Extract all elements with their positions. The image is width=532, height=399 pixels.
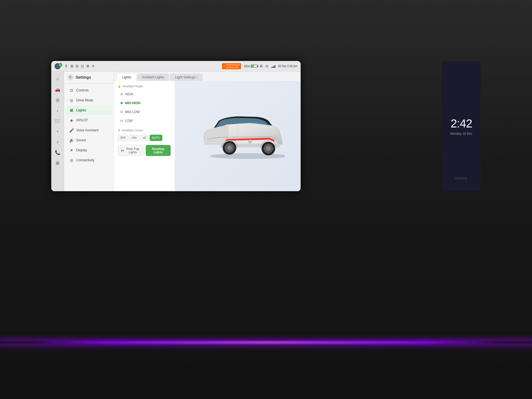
settings-item-sound[interactable]: 🔊 Sound [66, 135, 112, 145]
settings-menu: ⊡ Controls ◎ Drive Mode ⊞ Lights ◈ XPILO… [64, 83, 114, 191]
bottom-controls: ⋈ Rear Fog Lights Reading Lights [118, 145, 171, 156]
svg-text:X: X [249, 141, 250, 143]
controls-icon: ⊡ [69, 88, 74, 93]
datetime-display: 16 Dec 2:42 pm [278, 65, 297, 68]
settings-item-lights[interactable]: ⊞ Lights [66, 106, 112, 115]
sidebar-item-grid[interactable]: ⊞ [53, 158, 63, 168]
airbag-warning: ⚠ PASSENGERAIRBAG ON [222, 63, 241, 69]
controls-label: Controls [76, 88, 89, 92]
settings-icon: ⚙ [86, 64, 89, 68]
close-icon: ✕ [69, 75, 72, 79]
mid-high-label: MID-HIGH [125, 101, 140, 105]
sound-icon: 🔊 [69, 138, 74, 142]
bluetooth-icon: Ƀ [260, 64, 263, 68]
settings-content: Lights Ambient Lights Light Settings › [114, 71, 301, 191]
settings-item-drive-mode[interactable]: ◎ Drive Mode [66, 96, 112, 105]
grid2-icon: ⊟ [76, 64, 79, 68]
mid-low-label: MID-LOW [125, 110, 140, 114]
tab-ambient-lights[interactable]: Ambient Lights [137, 74, 169, 81]
connectivity-label: Connectivity [76, 158, 94, 162]
height-option-low[interactable]: LOW [118, 117, 171, 124]
clock-date: Monday, 16 Dec [450, 132, 472, 135]
main-content: ⌂ 🚗 ◎ ▲ 19.5° AUTO ▼ ♪ 📞 ⊞ ✕ [51, 71, 301, 191]
connectivity-icon: ◎ [69, 158, 74, 162]
voice-icon: 🎤 [69, 128, 74, 132]
radio-mid-low [121, 111, 123, 113]
signal-bar-1 [271, 67, 272, 68]
display-label: Display [76, 148, 87, 152]
hc-high-beam-button[interactable]: ≡D [140, 135, 149, 141]
signal-bar-4 [275, 65, 275, 68]
hc-low-beam-button[interactable]: ≡D≡ [129, 135, 139, 141]
main-tablet: 👤 2 🎙 ⊞ ⊟ ⊡ ⚙ ✕ ⚠ PASSENGERAIRBAG ON 45% [51, 61, 301, 191]
notification-badge: 2 [58, 63, 62, 67]
signal-bar-3 [273, 66, 274, 68]
sidebar-item-music[interactable]: ♪ [53, 137, 63, 147]
airbag-text: PASSENGERAIRBAG ON [226, 64, 240, 69]
sidebar-item-home[interactable]: ⌂ [53, 74, 63, 84]
display-settings-icon: ☀ [69, 148, 74, 152]
signal-bars [271, 64, 275, 68]
clock-time-display: 2:42 [451, 117, 472, 130]
xpeng-logo: XPENG [455, 177, 467, 180]
xpilot-icon: ◈ [69, 118, 74, 122]
voice-label: Voice Assistant [76, 128, 99, 132]
settings-item-controls[interactable]: ⊡ Controls [66, 86, 112, 95]
sidebar-item-car[interactable]: 🚗 [53, 84, 63, 94]
tab-lights[interactable]: Lights [117, 74, 136, 81]
rear-fog-lights-button[interactable]: ⋈ Rear Fog Lights [118, 145, 144, 156]
temp-display: 19.5° AUTO [53, 116, 63, 126]
sidebar-item-steering[interactable]: ◎ [53, 95, 63, 105]
battery-indicator: 45% [244, 65, 257, 68]
low-label: LOW [125, 119, 132, 123]
auto-label: AUTO [152, 136, 160, 139]
chevron-up-icon[interactable]: ▲ [53, 105, 63, 115]
sound-label: Sound [76, 138, 86, 142]
settings-item-voice[interactable]: 🎤 Voice Assistant [66, 126, 112, 135]
status-left: 👤 2 🎙 ⊞ ⊟ ⊡ ⚙ ✕ [55, 63, 220, 69]
hc-off-button[interactable]: OFF [118, 135, 128, 141]
settings-close-button[interactable]: ✕ [67, 74, 73, 80]
status-right: 16 Dec 2:42 pm [278, 65, 297, 68]
height-option-mid-low[interactable]: MID-LOW [118, 108, 171, 116]
auto-mode-label: AUTO [55, 121, 60, 123]
headlight-control-buttons: OFF ≡D≡ ≡D AUTO [118, 135, 171, 141]
display-icon: ⊡ [81, 64, 84, 68]
no-entry-icon: ⊘ [265, 64, 268, 68]
battery-fill [251, 65, 254, 67]
tabs-bar: Lights Ambient Lights Light Settings › [114, 71, 301, 81]
headlight-icon: 💡 [118, 85, 121, 88]
tab-light-settings[interactable]: Light Settings › [170, 74, 203, 81]
clock-panel: 2:4 2:42 Monday, 16 Dec XPENG [442, 61, 481, 191]
settings-panel: ✕ Settings ⊡ Controls ◎ Drive Mode ⊞ [64, 71, 114, 191]
drive-mode-label: Drive Mode [76, 98, 93, 102]
drive-mode-icon: ◎ [69, 98, 74, 103]
height-option-high[interactable]: HIGH [118, 91, 171, 98]
headlight-control-label: ⚙ Headlight Control [118, 129, 171, 132]
radio-high [121, 93, 123, 95]
off-label: OFF [120, 136, 126, 139]
mic-icon: 🎙 [65, 64, 68, 68]
radio-low [121, 120, 123, 122]
hc-auto-button[interactable]: AUTO [150, 135, 162, 141]
battery-bar [251, 65, 257, 68]
headlight-height-label: 💡 Headlight Height [118, 85, 171, 88]
car-display: X [175, 81, 301, 191]
settings-item-xpilot[interactable]: ◈ XPILOT [66, 116, 112, 125]
airbag-icon: ⚠ [223, 65, 225, 67]
status-bar: 👤 2 🎙 ⊞ ⊟ ⊡ ⚙ ✕ ⚠ PASSENGERAIRBAG ON 45% [51, 61, 301, 71]
settings-item-connectivity[interactable]: ◎ Connectivity [66, 155, 112, 165]
lights-icon: ⊞ [69, 108, 74, 112]
rear-fog-lights-label: Rear Fog Lights [125, 147, 140, 154]
close-x-icon[interactable]: ✕ [92, 64, 95, 68]
sidebar-item-phone[interactable]: 📞 [53, 147, 63, 157]
reading-lights-button[interactable]: Reading Lights [146, 145, 171, 156]
height-option-mid-high[interactable]: MID-HIGH [118, 99, 171, 107]
fog-icon: ⋈ [121, 149, 124, 152]
ambient-light-strip [0, 341, 532, 344]
chevron-down-icon[interactable]: ▼ [53, 126, 63, 136]
settings-item-display[interactable]: ☀ Display [66, 145, 112, 155]
battery-percent: 45% [244, 65, 250, 68]
xpilot-label: XPILOT [76, 118, 88, 122]
grid-icon: ⊞ [70, 64, 73, 68]
